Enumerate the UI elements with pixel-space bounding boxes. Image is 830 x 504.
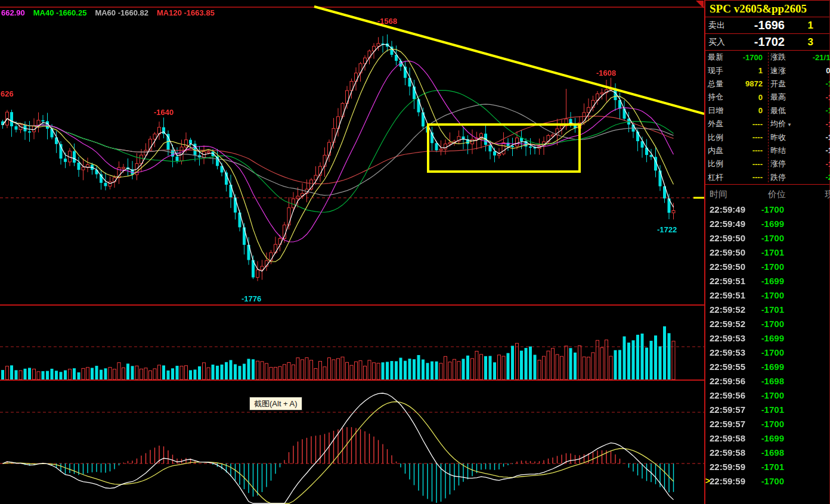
quote-stat-row: 最新-1700涨跌-21/1. [705,51,829,64]
stat-label: 涨停 [763,158,800,169]
stat-value: ---- [728,160,763,169]
tape-row[interactable]: 22:59:55-1699 [705,360,829,374]
corner-marker [696,1,704,8]
tape-row[interactable]: 22:59:52-1700 [705,317,829,331]
tape-price: -1700 [740,262,784,272]
tape-price: -1699 [740,333,784,343]
tape-row[interactable]: 22:59:58-1698 [705,446,829,460]
stat-label: 持仓 [705,92,728,102]
stat-label: 比例 [705,158,728,169]
quote-stat-row: 内盘----昨结-1 [705,144,829,157]
screenshot-hotkey-tooltip: 截图(Alt + A) [249,397,302,410]
stat-value: -1 [800,106,830,115]
tape-price: -1701 [740,247,784,257]
stat-label: 总量 [705,79,728,89]
tape-price: -1700 [740,476,784,486]
stat-label: 跌停 [763,172,800,183]
tape-row[interactable]: 22:59:50-1701 [705,245,829,260]
tape-row[interactable]: 22:59:56-1698 [705,374,829,388]
tape-price: -1698 [740,376,784,386]
quote-stat-row: 现手1速涨0. [705,64,829,77]
ma60-legend-value: MA60 -1660.82 [95,8,148,17]
stat-label: 速涨 [763,66,800,76]
stat-label: 日增 [705,105,728,116]
tape-price: -1699 [740,219,784,229]
quote-stat-row: 外盘----均价▼-1 [705,117,829,130]
ask-row[interactable]: 卖出 -1696 1 [705,17,829,34]
tape-col-lots: 现 [825,189,830,200]
chart-price-label: -1776 [241,294,261,303]
stat-value: ---- [728,146,763,155]
tape-row[interactable]: >22:59:59-1700 [705,474,829,489]
tape-col-price: 价位 [764,189,790,200]
trading-terminal: 662.90MA40 -1660.25MA60 -1660.82MA120 -1… [0,0,830,504]
tape-price: -1700 [740,290,784,300]
tape-price: -1699 [740,276,784,286]
quote-stat-row: 比例----昨收-1 [705,130,829,144]
tape-row[interactable]: 22:59:58-1699 [705,431,829,446]
quote-panel: SPC v2605&pp2605 卖出 -1696 1 买入 -1702 3 最… [704,0,830,504]
stat-value: ---- [728,120,763,129]
ma-legend: 662.90MA40 -1660.25MA60 -1660.82MA120 -1… [1,8,223,17]
tape-row[interactable]: 22:59:53-1699 [705,331,829,346]
chart-price-label: -1608 [596,69,616,77]
ma120-legend-value: MA120 -1663.85 [157,8,215,17]
stat-label: 最高 [763,92,800,102]
chart-price-label: 626 [1,89,14,98]
tape-row[interactable]: 22:59:49-1699 [705,217,829,231]
tape-row[interactable]: 22:59:57-1700 [705,417,829,431]
stat-value: -1 [800,93,830,102]
tape-row[interactable]: 22:59:52-1701 [705,303,829,317]
stat-label: 昨结 [763,145,800,156]
quote-stat-row: 杠杆----跌停-2 [705,171,829,184]
stat-value: 0 [728,106,763,115]
stat-label: 最新 [705,52,728,63]
stat-value: -1700 [728,53,763,62]
stat-value: -21/1. [800,53,830,62]
tape-list[interactable]: 22:59:49-170022:59:49-169922:59:50-17002… [705,203,829,489]
ask-price: -1696 [733,18,785,32]
stat-label: 内盘 [705,145,728,156]
quote-stat-row: 比例----涨停-1 [705,157,829,170]
tape-row[interactable]: 22:59:51-1699 [705,274,829,288]
bid-price: -1702 [733,35,785,49]
quote-stats-grid: 最新-1700涨跌-21/1.现手1速涨0.总量9872开盘-1持仓0最高-1日… [705,51,829,185]
tape-row[interactable]: 22:59:53-1700 [705,346,829,360]
ask-qty: 1 [785,20,829,32]
bid-row[interactable]: 买入 -1702 3 [705,34,829,51]
tape-col-time: 时间 [710,189,727,200]
tape-price: -1698 [740,447,784,458]
stat-value: ---- [728,173,763,182]
ma40-legend-value: MA40 -1660.25 [33,8,87,17]
tape-row[interactable]: 22:59:49-1700 [705,203,829,217]
tape-price: -1700 [740,347,784,357]
tape-header: 时间 价位 现 [705,185,829,203]
tape-row[interactable]: 22:59:57-1701 [705,403,829,417]
chart-price-label: -1640 [154,108,174,117]
stat-label: 涨跌 [763,52,800,63]
stat-label: 现手 [705,66,728,76]
bid-qty: 3 [785,36,829,48]
quote-stat-row: 日增0最低-1 [705,104,829,117]
stat-value: 1 [728,66,763,75]
tape-price: -1700 [740,390,784,400]
tape-row[interactable]: 22:59:59-1701 [705,460,829,474]
stat-label: 开盘 [763,79,800,89]
ask-label: 卖出 [705,20,733,31]
stat-value: 9872 [728,79,763,88]
stat-label: 最低 [763,105,800,116]
stat-value: 0 [728,93,763,102]
tape-price: -1699 [740,362,784,372]
tape-price: -1701 [740,405,784,415]
stat-value: ---- [728,133,763,142]
tape-row[interactable]: 22:59:50-1700 [705,231,829,245]
quote-stat-row: 持仓0最高-1 [705,91,829,104]
tape-row[interactable]: 22:59:50-1700 [705,260,829,274]
stat-value: -1 [800,120,830,129]
tape-row[interactable]: 22:59:56-1700 [705,388,829,403]
tape-price: -1701 [740,462,784,472]
stat-value: 0. [800,66,830,75]
avg-price-dropdown-icon[interactable]: ▼ [787,122,792,127]
tape-price: -1701 [740,304,784,315]
tape-row[interactable]: 22:59:51-1700 [705,288,829,303]
